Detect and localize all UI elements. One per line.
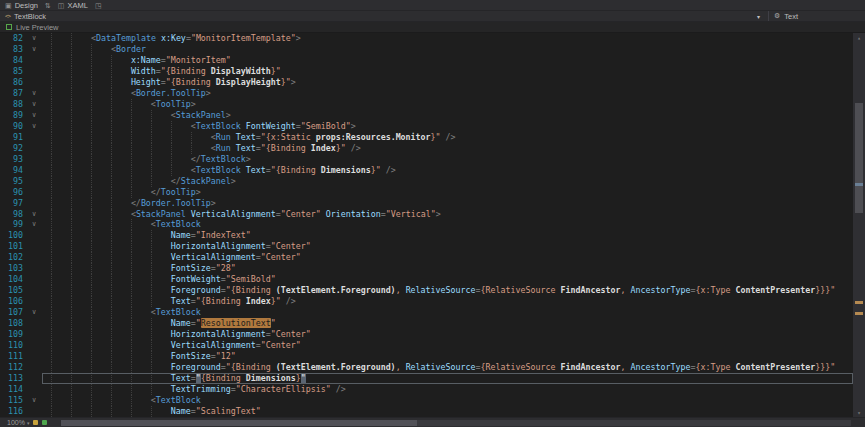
- code-line-text: <Run Text="{x:Static props:Resources.Mon…: [42, 132, 853, 143]
- code-line-text: VerticalAlignment="Center": [42, 340, 853, 351]
- code-line[interactable]: 86Height="{Binding DisplayHeight}">: [0, 77, 853, 88]
- design-tab[interactable]: ▣ Design: [5, 1, 38, 10]
- vertical-scrollbar[interactable]: ▴ ▾: [853, 33, 865, 417]
- code-line[interactable]: 83∨<Border: [0, 44, 853, 55]
- code-line-text: Text="{Binding Index}" />: [42, 296, 853, 307]
- code-line[interactable]: 98∨<StackPanel VerticalAlignment="Center…: [0, 209, 853, 220]
- xaml-tab-label: XAML: [67, 1, 87, 10]
- element-combo-value: TextBlock: [14, 12, 46, 21]
- xaml-breadcrumb-bar: <> TextBlock ▾ ⚙ Text: [0, 11, 865, 22]
- line-number: 112: [0, 362, 26, 373]
- code-editor[interactable]: 82∨<DataTemplate x:Key="MonitorItemTempl…: [0, 33, 865, 417]
- code-line[interactable]: 107∨<TextBlock: [0, 307, 853, 318]
- swap-panes-icon[interactable]: ⇅: [45, 2, 51, 9]
- fold-chevron-icon[interactable]: ∨: [26, 110, 42, 121]
- code-line[interactable]: 113Text="{Binding Dimensions}": [0, 373, 853, 384]
- scrollbar-thumb[interactable]: [855, 103, 863, 213]
- fold-chevron-icon[interactable]: ∨: [26, 121, 42, 132]
- code-line-text: Name="IndexText": [42, 230, 853, 241]
- code-lines: 82∨<DataTemplate x:Key="MonitorItemTempl…: [0, 33, 853, 417]
- code-line[interactable]: 115∨<TextBlock: [0, 395, 853, 406]
- code-line[interactable]: 84x:Name="MonitorItem": [0, 55, 853, 66]
- fold-chevron-icon[interactable]: ∨: [26, 395, 42, 406]
- fold-chevron-icon[interactable]: ∨: [26, 219, 42, 230]
- code-line[interactable]: 112Foreground="{Binding (TextElement.For…: [0, 362, 853, 373]
- code-line-text: <StackPanel>: [42, 110, 853, 121]
- code-line[interactable]: 91<Run Text="{x:Static props:Resources.M…: [0, 132, 853, 143]
- fold-chevron-icon[interactable]: ∨: [26, 33, 42, 44]
- code-line[interactable]: 108Name="ResolutionText": [0, 318, 853, 329]
- popout-pane-icon[interactable]: ◳: [95, 2, 102, 9]
- code-line-text: Name="ResolutionText": [42, 318, 853, 329]
- code-line-text: Foreground="{Binding (TextElement.Foregr…: [42, 285, 853, 296]
- line-number: 115: [0, 395, 26, 406]
- code-line[interactable]: 92<Run Text="{Binding Index}" />: [0, 143, 853, 154]
- code-line[interactable]: 87∨<Border.ToolTip>: [0, 88, 853, 99]
- code-line[interactable]: 104FontWeight="SemiBold": [0, 274, 853, 285]
- fold-chevron-icon[interactable]: ∨: [26, 307, 42, 318]
- code-line[interactable]: 97</Border.ToolTip>: [0, 198, 853, 209]
- line-number: 97: [0, 198, 26, 209]
- fold-margin: [26, 143, 42, 154]
- line-number: 109: [0, 329, 26, 340]
- zoom-value: 100%: [7, 419, 25, 426]
- code-line[interactable]: 114TextTrimming="CharacterEllipsis" />: [0, 384, 853, 395]
- code-line[interactable]: 101HorizontalAlignment="Center": [0, 241, 853, 252]
- code-line[interactable]: 102VerticalAlignment="Center": [0, 252, 853, 263]
- code-line[interactable]: 106Text="{Binding Index}" />: [0, 296, 853, 307]
- scroll-down-icon[interactable]: ▾: [853, 409, 865, 416]
- code-line[interactable]: 93</TextBlock>: [0, 154, 853, 165]
- chevron-down-icon[interactable]: ▾: [757, 13, 763, 20]
- code-line[interactable]: 85Width="{Binding DisplayWidth}": [0, 66, 853, 77]
- code-line[interactable]: 100Name="IndexText": [0, 230, 853, 241]
- code-line-text: FontSize="12": [42, 351, 853, 362]
- fold-chevron-icon[interactable]: ∨: [26, 88, 42, 99]
- code-line[interactable]: 96</ToolTip>: [0, 187, 853, 198]
- code-line-text: x:Name="MonitorItem": [42, 55, 853, 66]
- scroll-up-icon[interactable]: ▴: [853, 34, 865, 41]
- code-line[interactable]: 103FontSize="28": [0, 263, 853, 274]
- code-line[interactable]: 90∨<TextBlock FontWeight="SemiBold">: [0, 121, 853, 132]
- property-combo[interactable]: ⚙ Text: [769, 11, 865, 21]
- fold-margin: [26, 263, 42, 274]
- code-line[interactable]: 94<TextBlock Text="{Binding Dimensions}"…: [0, 165, 853, 176]
- line-number: 94: [0, 165, 26, 176]
- code-line[interactable]: 89∨<StackPanel>: [0, 110, 853, 121]
- fold-chevron-icon[interactable]: ∨: [26, 209, 42, 220]
- element-combo[interactable]: <> TextBlock ▾: [0, 11, 769, 21]
- line-number: 110: [0, 340, 26, 351]
- code-line-text: Text="{Binding Dimensions}": [42, 373, 853, 384]
- fold-chevron-icon[interactable]: ∨: [26, 99, 42, 110]
- fold-margin: [26, 351, 42, 362]
- wrench-icon: ⚙: [774, 12, 780, 20]
- code-line[interactable]: 82∨<DataTemplate x:Key="MonitorItemTempl…: [0, 33, 853, 44]
- line-number: 111: [0, 351, 26, 362]
- code-line-text: </ToolTip>: [42, 187, 853, 198]
- horizontal-scrollbar-thumb[interactable]: [61, 420, 416, 426]
- line-number: 98: [0, 209, 26, 220]
- code-line[interactable]: 95</StackPanel>: [0, 176, 853, 187]
- code-line-text: <DataTemplate x:Key="MonitorItemTemplate…: [42, 33, 853, 44]
- code-line-text: FontSize="28": [42, 263, 853, 274]
- line-number: 91: [0, 132, 26, 143]
- code-line[interactable]: 109HorizontalAlignment="Center": [0, 329, 853, 340]
- zoom-control[interactable]: 100% ▾: [7, 419, 29, 426]
- code-line[interactable]: 116Name="ScalingText": [0, 406, 853, 417]
- line-number: 86: [0, 77, 26, 88]
- line-number: 107: [0, 307, 26, 318]
- code-line[interactable]: 110VerticalAlignment="Center": [0, 340, 853, 351]
- code-line[interactable]: 88∨<ToolTip>: [0, 99, 853, 110]
- line-number: 106: [0, 296, 26, 307]
- code-line[interactable]: 105Foreground="{Binding (TextElement.For…: [0, 285, 853, 296]
- fold-margin: [26, 241, 42, 252]
- fold-chevron-icon[interactable]: ∨: [26, 44, 42, 55]
- code-line[interactable]: 111FontSize="12": [0, 351, 853, 362]
- line-number: 103: [0, 263, 26, 274]
- line-number: 102: [0, 252, 26, 263]
- code-line-text: VerticalAlignment="Center": [42, 252, 853, 263]
- code-line[interactable]: 99∨<TextBlock: [0, 219, 853, 230]
- xaml-tab[interactable]: ◫ XAML: [58, 1, 88, 10]
- horizontal-scrollbar[interactable]: [61, 420, 851, 426]
- line-number: 82: [0, 33, 26, 44]
- live-preview-bar: Live Preview: [0, 22, 865, 33]
